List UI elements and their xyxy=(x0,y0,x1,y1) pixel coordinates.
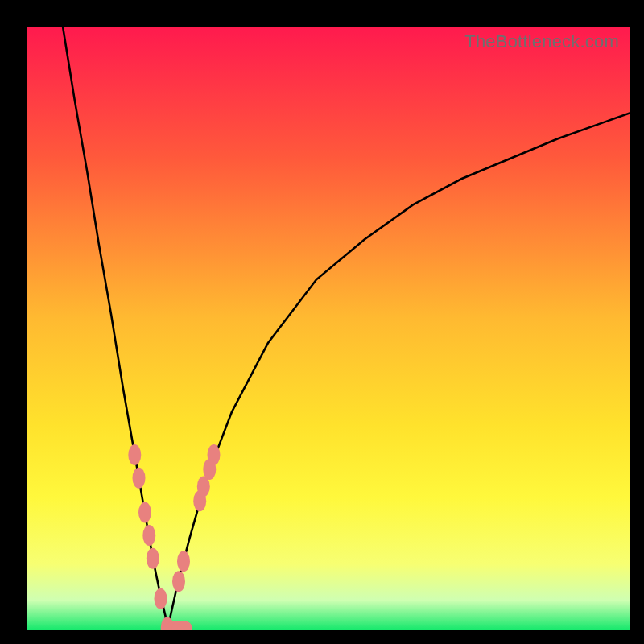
bottleneck-curve-right-branch xyxy=(167,113,630,630)
watermark-text: TheBottleneck.com xyxy=(464,31,619,52)
marker-left-3 xyxy=(142,525,155,546)
plot-area: TheBottleneck.com xyxy=(27,27,630,630)
marker-left-1 xyxy=(133,468,146,489)
marker-right-1 xyxy=(177,551,190,572)
marker-left-0 xyxy=(128,444,141,465)
marker-left-4 xyxy=(147,548,159,569)
chart-stage: TheBottleneck.com xyxy=(0,0,644,644)
marker-right-0 xyxy=(172,571,185,592)
marker-right-5 xyxy=(208,444,221,465)
marker-left-2 xyxy=(138,502,151,523)
marker-left-5 xyxy=(155,588,167,609)
curve-layer xyxy=(27,27,630,630)
